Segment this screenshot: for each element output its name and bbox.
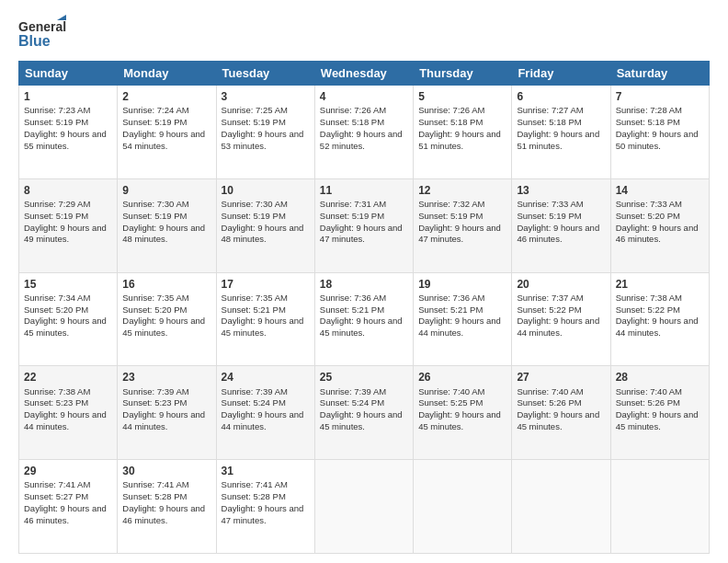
calendar-week-row: 8Sunrise: 7:29 AMSunset: 5:19 PMDaylight… xyxy=(19,178,710,272)
sunrise: Sunrise: 7:23 AM xyxy=(24,105,90,115)
sunset: Sunset: 5:28 PM xyxy=(122,491,187,501)
calendar-body: 1Sunrise: 7:23 AMSunset: 5:19 PMDaylight… xyxy=(19,86,710,554)
sunrise: Sunrise: 7:40 AM xyxy=(616,386,682,396)
sunrise: Sunrise: 7:35 AM xyxy=(222,293,288,303)
day-number: 29 xyxy=(24,464,112,478)
calendar-day-cell: 11Sunrise: 7:31 AMSunset: 5:19 PMDayligh… xyxy=(314,178,413,272)
daylight: Daylight: 9 hours and 45 minutes. xyxy=(24,316,107,338)
sunrise: Sunrise: 7:29 AM xyxy=(24,199,90,209)
sunrise: Sunrise: 7:37 AM xyxy=(517,293,583,303)
page: General Blue SundayMondayTuesdayWednesda… xyxy=(0,0,728,563)
daylight: Daylight: 9 hours and 50 minutes. xyxy=(616,129,699,151)
sunrise: Sunrise: 7:30 AM xyxy=(122,199,188,209)
calendar-day-cell: 19Sunrise: 7:36 AMSunset: 5:21 PMDayligh… xyxy=(414,272,512,366)
daylight: Daylight: 9 hours and 51 minutes. xyxy=(418,129,501,151)
day-of-week-header: Saturday xyxy=(610,62,709,86)
calendar-day-cell: 15Sunrise: 7:34 AMSunset: 5:20 PMDayligh… xyxy=(19,272,118,366)
sunset: Sunset: 5:21 PM xyxy=(222,304,286,315)
calendar-day-cell: 18Sunrise: 7:36 AMSunset: 5:21 PMDayligh… xyxy=(314,272,413,366)
day-number: 10 xyxy=(222,183,310,198)
sunrise: Sunrise: 7:30 AM xyxy=(222,199,288,209)
sunrise: Sunrise: 7:28 AM xyxy=(616,105,682,115)
calendar-table: SundayMondayTuesdayWednesdayThursdayFrid… xyxy=(18,61,710,554)
sunrise: Sunrise: 7:39 AM xyxy=(122,386,188,396)
sunset: Sunset: 5:24 PM xyxy=(320,397,384,408)
sunrise: Sunrise: 7:41 AM xyxy=(24,479,90,489)
sunset: Sunset: 5:24 PM xyxy=(222,397,286,408)
calendar-day-cell: 10Sunrise: 7:30 AMSunset: 5:19 PMDayligh… xyxy=(216,178,314,272)
calendar-day-cell: 6Sunrise: 7:27 AMSunset: 5:18 PMDaylight… xyxy=(512,86,610,179)
calendar-day-cell: 31Sunrise: 7:41 AMSunset: 5:28 PMDayligh… xyxy=(216,460,314,554)
day-number: 3 xyxy=(222,89,310,104)
calendar-day-cell: 20Sunrise: 7:37 AMSunset: 5:22 PMDayligh… xyxy=(512,272,610,366)
sunset: Sunset: 5:19 PM xyxy=(24,211,88,221)
day-number: 16 xyxy=(122,277,210,292)
svg-text:General: General xyxy=(18,19,66,34)
day-number: 2 xyxy=(122,89,210,104)
header: General Blue xyxy=(18,15,710,53)
daylight: Daylight: 9 hours and 47 minutes. xyxy=(418,223,501,245)
calendar-day-cell: 12Sunrise: 7:32 AMSunset: 5:19 PMDayligh… xyxy=(414,178,512,272)
day-number: 15 xyxy=(24,277,112,292)
sunset: Sunset: 5:26 PM xyxy=(616,397,680,408)
sunrise: Sunrise: 7:36 AM xyxy=(418,293,484,303)
sunset: Sunset: 5:19 PM xyxy=(320,211,384,221)
calendar-day-cell: 25Sunrise: 7:39 AMSunset: 5:24 PMDayligh… xyxy=(314,366,413,460)
daylight: Daylight: 9 hours and 45 minutes. xyxy=(320,316,403,338)
calendar-day-cell xyxy=(314,460,413,554)
daylight: Daylight: 9 hours and 44 minutes. xyxy=(418,316,501,338)
calendar-week-row: 1Sunrise: 7:23 AMSunset: 5:19 PMDaylight… xyxy=(19,86,710,179)
daylight: Daylight: 9 hours and 51 minutes. xyxy=(517,129,599,151)
sunrise: Sunrise: 7:39 AM xyxy=(320,386,386,396)
day-number: 17 xyxy=(222,277,310,292)
daylight: Daylight: 9 hours and 47 minutes. xyxy=(320,223,403,245)
calendar-day-cell: 5Sunrise: 7:26 AMSunset: 5:18 PMDaylight… xyxy=(414,86,512,179)
sunrise: Sunrise: 7:39 AM xyxy=(222,386,288,396)
daylight: Daylight: 9 hours and 44 minutes. xyxy=(517,316,599,338)
day-of-week-header: Thursday xyxy=(414,62,512,86)
day-number: 28 xyxy=(616,370,704,385)
svg-marker-2 xyxy=(57,15,66,20)
daylight: Daylight: 9 hours and 44 minutes. xyxy=(222,409,304,431)
calendar-day-cell xyxy=(414,460,512,554)
day-number: 7 xyxy=(616,89,704,104)
calendar-day-cell: 21Sunrise: 7:38 AMSunset: 5:22 PMDayligh… xyxy=(610,272,709,366)
day-number: 31 xyxy=(222,464,310,478)
day-number: 13 xyxy=(517,183,605,198)
calendar-day-cell: 24Sunrise: 7:39 AMSunset: 5:24 PMDayligh… xyxy=(216,366,314,460)
calendar-day-cell: 2Sunrise: 7:24 AMSunset: 5:19 PMDaylight… xyxy=(118,86,216,179)
daylight: Daylight: 9 hours and 46 minutes. xyxy=(616,223,699,245)
sunrise: Sunrise: 7:27 AM xyxy=(517,105,583,115)
day-number: 30 xyxy=(122,464,210,478)
calendar-day-cell: 28Sunrise: 7:40 AMSunset: 5:26 PMDayligh… xyxy=(610,366,709,460)
sunset: Sunset: 5:19 PM xyxy=(122,211,187,221)
calendar-day-cell: 17Sunrise: 7:35 AMSunset: 5:21 PMDayligh… xyxy=(216,272,314,366)
sunrise: Sunrise: 7:38 AM xyxy=(24,386,90,396)
sunrise: Sunrise: 7:33 AM xyxy=(517,199,583,209)
calendar-day-cell: 8Sunrise: 7:29 AMSunset: 5:19 PMDaylight… xyxy=(19,178,118,272)
logo: General Blue xyxy=(18,15,70,53)
daylight: Daylight: 9 hours and 45 minutes. xyxy=(122,316,205,338)
day-number: 22 xyxy=(24,370,112,385)
daylight: Daylight: 9 hours and 45 minutes. xyxy=(418,409,501,431)
daylight: Daylight: 9 hours and 46 minutes. xyxy=(122,503,205,525)
daylight: Daylight: 9 hours and 46 minutes. xyxy=(24,503,107,525)
calendar-day-cell: 4Sunrise: 7:26 AMSunset: 5:18 PMDaylight… xyxy=(314,86,413,179)
sunset: Sunset: 5:18 PM xyxy=(517,117,581,127)
day-number: 8 xyxy=(24,183,112,198)
sunrise: Sunrise: 7:40 AM xyxy=(418,386,484,396)
sunrise: Sunrise: 7:38 AM xyxy=(616,293,682,303)
sunset: Sunset: 5:20 PM xyxy=(616,211,680,221)
sunset: Sunset: 5:21 PM xyxy=(418,304,483,315)
daylight: Daylight: 9 hours and 47 minutes. xyxy=(222,503,304,525)
logo-icon: General Blue xyxy=(18,15,66,53)
daylight: Daylight: 9 hours and 44 minutes. xyxy=(122,409,205,431)
day-number: 11 xyxy=(320,183,408,198)
daylight: Daylight: 9 hours and 45 minutes. xyxy=(517,409,599,431)
day-of-week-header: Sunday xyxy=(19,62,118,86)
daylight: Daylight: 9 hours and 45 minutes. xyxy=(320,409,403,431)
daylight: Daylight: 9 hours and 53 minutes. xyxy=(222,129,304,151)
sunset: Sunset: 5:19 PM xyxy=(222,117,286,127)
sunrise: Sunrise: 7:25 AM xyxy=(222,105,288,115)
daylight: Daylight: 9 hours and 48 minutes. xyxy=(222,223,304,245)
